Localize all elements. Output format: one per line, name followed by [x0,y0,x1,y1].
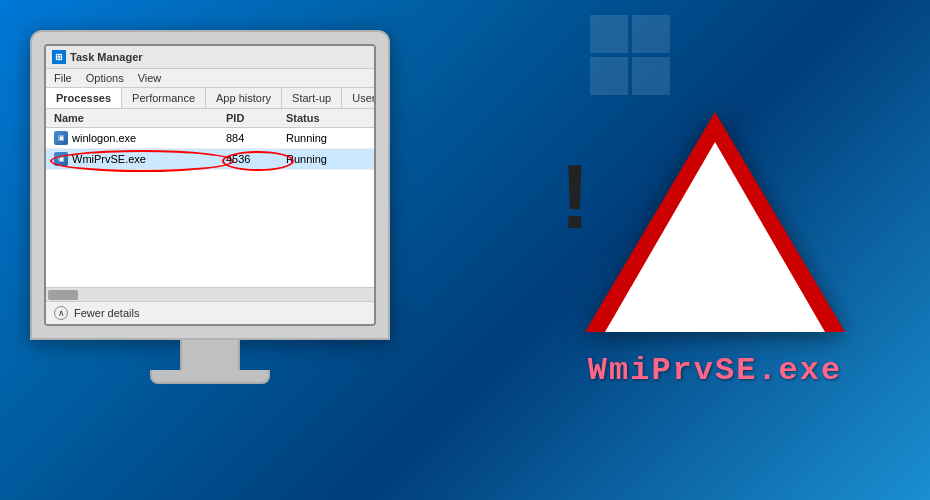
col-name: Name [54,112,226,124]
process-name-text: winlogon.exe [72,132,136,144]
monitor: ⊞ Task Manager File Options View Process… [30,30,390,384]
process-pid: 4536 [226,153,286,165]
tab-users[interactable]: Users [342,88,376,108]
warning-triangle [585,112,845,332]
tab-app-history[interactable]: App history [206,88,282,108]
horizontal-scrollbar[interactable] [46,287,374,301]
exclamation-mark: ! [560,152,590,242]
process-pid: 884 [226,132,286,144]
process-table: Name PID Status ▣ winlogon.exe 884 Runni… [46,109,374,287]
tab-processes[interactable]: Processes [46,88,122,108]
monitor-body: ⊞ Task Manager File Options View Process… [30,30,390,340]
process-status: Running [286,153,366,165]
col-pid: PID [226,112,286,124]
menu-view[interactable]: View [136,71,164,85]
process-name: ▣ winlogon.exe [54,131,226,145]
window-title: Task Manager [70,51,143,63]
fewer-details-icon: ∧ [54,306,68,320]
footer-bar: ∧ Fewer details [46,301,374,324]
table-row[interactable]: ▣ WmiPrvSE.exe 4536 Running [46,149,374,170]
table-header: Name PID Status [46,109,374,128]
menu-bar: File Options View [46,69,374,88]
tab-bar: Processes Performance App history Start-… [46,88,374,109]
app-icon: ⊞ [52,50,66,64]
col-status: Status [286,112,366,124]
table-row[interactable]: ▣ winlogon.exe 884 Running [46,128,374,149]
process-icon: ▣ [54,131,68,145]
task-manager-window: ⊞ Task Manager File Options View Process… [46,46,374,324]
menu-options[interactable]: Options [84,71,126,85]
scrollbar-thumb[interactable] [48,290,78,300]
monitor-screen: ⊞ Task Manager File Options View Process… [44,44,376,326]
title-bar: ⊞ Task Manager [46,46,374,69]
process-status: Running [286,132,366,144]
process-icon: ▣ [54,152,68,166]
menu-file[interactable]: File [52,71,74,85]
tab-performance[interactable]: Performance [122,88,206,108]
process-name: ▣ WmiPrvSE.exe [54,152,226,166]
process-name-text: WmiPrvSE.exe [72,153,146,165]
warning-content: ! [560,152,590,242]
warning-triangle-container: ! [585,112,845,332]
monitor-base [150,370,270,384]
monitor-stand [180,340,240,370]
fewer-details-label[interactable]: Fewer details [74,307,139,319]
warning-section: ! WmiPrvSE.exe [530,30,900,470]
tab-startup[interactable]: Start-up [282,88,342,108]
wmiprvse-label: WmiPrvSE.exe [588,352,842,389]
